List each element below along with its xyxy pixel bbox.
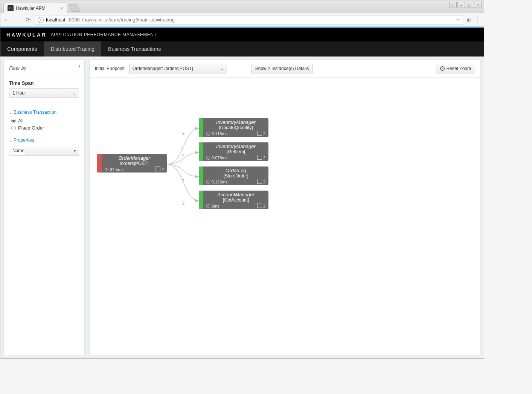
business-transaction-section[interactable]: ⌄ Business Transaction (9, 110, 79, 115)
properties-section[interactable]: ⌄ Properties (9, 137, 79, 143)
reload-button[interactable]: ⟳ (24, 16, 31, 23)
nav-components[interactable]: Components (0, 41, 44, 57)
app-header: HAWKULAR APPLICATION PERFORMANCE MANAGEM… (0, 28, 484, 41)
status-indicator (199, 118, 203, 137)
node-count: 2 (263, 180, 265, 184)
edge-count: 2 (182, 153, 184, 158)
clock-icon (206, 156, 210, 160)
instances-icon (258, 180, 262, 184)
status-indicator (199, 191, 203, 209)
trace-node[interactable]: InventoryManager [GetItem] 0.078ms2 (199, 142, 268, 161)
show-instances-button[interactable]: Show 2 Instance(s) Details (251, 64, 313, 73)
node-subtitle: [GetItem] (206, 150, 265, 155)
url-path: /hawkular-ui/apm/tracing?main-tab=tracin… (82, 17, 175, 23)
node-duration: 0.116ms (212, 131, 227, 136)
back-button[interactable]: ← (3, 17, 10, 23)
time-span-value: 1 Hour (12, 90, 26, 96)
radio-icon (11, 119, 16, 123)
window-controls: ◇ – ▢ × (449, 2, 482, 8)
primary-nav: Components Distributed Tracing Business … (0, 41, 484, 57)
url-host: localhost (46, 17, 65, 23)
close-window-button[interactable]: × (474, 2, 482, 8)
node-duration: 0.126ms (212, 180, 227, 184)
graph-edges (90, 78, 480, 355)
filter-by-label: Filter by (9, 65, 79, 71)
instances-icon (156, 167, 160, 171)
chevron-down-icon: ▾ (74, 149, 76, 153)
node-subtitle: [StoreOrder] (206, 174, 265, 179)
target-icon (440, 66, 445, 71)
clock-icon (206, 132, 210, 136)
time-span-label: Time Span (9, 80, 79, 86)
site-info-icon[interactable]: i (38, 17, 44, 23)
chevron-down-icon: ⌄ (9, 138, 12, 142)
favicon-icon: H (8, 5, 14, 11)
node-duration: 34.5ms (110, 167, 123, 172)
button-label: Reset Zoom (447, 66, 471, 71)
instances-icon (258, 204, 262, 208)
bt-option-label: Place Order (18, 125, 44, 131)
minimize-button[interactable]: – (457, 2, 465, 8)
node-count: 2 (263, 131, 265, 136)
canvas-toolbar: Initial Endpoint OrderManager: /orders[P… (90, 60, 480, 78)
filter-sidebar: ‹ Filter by Time Span 1 Hour ⌄ ⌄ Busines… (3, 60, 85, 355)
trace-node[interactable]: AccountManager [GetAccount] 2ms2 (199, 191, 268, 209)
trace-node[interactable]: InventoryManager [UpdateQuantity] 0.116m… (199, 118, 268, 137)
brand-name: HAWKULAR (6, 32, 47, 38)
new-tab-button[interactable] (68, 4, 80, 12)
brand-subtitle: APPLICATION PERFORMANCE MANAGEMENT (51, 32, 157, 37)
collapse-sidebar-icon[interactable]: ‹ (79, 63, 81, 69)
reset-zoom-button[interactable]: Reset Zoom (436, 64, 475, 73)
instances-icon (258, 156, 262, 160)
menu-dots-icon[interactable]: ⋮ (475, 16, 481, 23)
browser-titlebar: H Hawkular APM × ◇ – ▢ × (0, 0, 484, 13)
edge-count: 2 (182, 131, 184, 136)
chevron-down-icon: ⌄ (221, 67, 224, 71)
node-duration: 0.078ms (212, 156, 227, 160)
extension-icon[interactable]: ◐ (467, 17, 471, 23)
initial-endpoint-label: Initial Endpoint (95, 66, 125, 71)
url-port: :8080 (67, 17, 80, 23)
status-indicator (199, 166, 203, 185)
bt-option-all[interactable]: All (11, 118, 79, 124)
clock-icon (206, 204, 210, 208)
properties-section-label: Properties (14, 137, 34, 143)
trace-node[interactable]: OrderLog [StoreOrder] 0.126ms2 (199, 166, 268, 185)
trace-graph[interactable]: 2 2 2 2 OrderManager /orders[POST] 34.5m… (90, 78, 480, 355)
clock-icon (105, 168, 108, 171)
status-indicator (97, 154, 102, 173)
initial-endpoint-value: OrderManager: /orders[POST] (133, 66, 193, 71)
clock-icon (206, 180, 210, 184)
trace-node-root[interactable]: OrderManager /orders[POST] 34.5ms 2 (97, 154, 167, 173)
radio-icon (11, 126, 16, 130)
node-count: 2 (162, 167, 164, 172)
node-title: OrderManager (105, 156, 164, 161)
edge-count: 2 (182, 179, 184, 183)
node-title: OrderLog (206, 168, 265, 174)
tracing-canvas: Initial Endpoint OrderManager: /orders[P… (89, 60, 481, 355)
user-icon[interactable]: ◇ (449, 2, 457, 8)
bookmark-star-icon[interactable]: ☆ (456, 17, 460, 23)
node-subtitle: [UpdateQuantity] (206, 125, 265, 131)
button-label: Show 2 Instance(s) Details (255, 66, 309, 71)
bt-section-label: Business Transaction (14, 110, 56, 115)
chevron-down-icon: ⌄ (73, 91, 76, 95)
address-bar[interactable]: i localhost:8080/hawkular-ui/apm/tracing… (35, 15, 463, 25)
forward-button: → (14, 17, 21, 23)
time-span-select[interactable]: 1 Hour ⌄ (9, 88, 79, 98)
bt-option-place-order[interactable]: Place Order (11, 125, 79, 131)
node-count: 2 (263, 156, 265, 160)
status-indicator (199, 142, 203, 161)
instances-icon (258, 131, 262, 136)
nav-distributed-tracing[interactable]: Distributed Tracing (44, 41, 101, 57)
property-name-select[interactable]: ▾ (25, 146, 79, 156)
edge-count: 2 (182, 201, 184, 205)
close-tab-icon[interactable]: × (60, 5, 63, 11)
property-name-label: Name (9, 146, 25, 156)
tab-title: Hawkular APM (16, 6, 46, 11)
nav-business-transactions[interactable]: Business Transactions (101, 41, 168, 57)
maximize-button[interactable]: ▢ (466, 2, 473, 8)
bt-option-label: All (18, 118, 23, 124)
browser-tab[interactable]: H Hawkular APM × (3, 3, 67, 13)
initial-endpoint-select[interactable]: OrderManager: /orders[POST] ⌄ (129, 64, 227, 73)
